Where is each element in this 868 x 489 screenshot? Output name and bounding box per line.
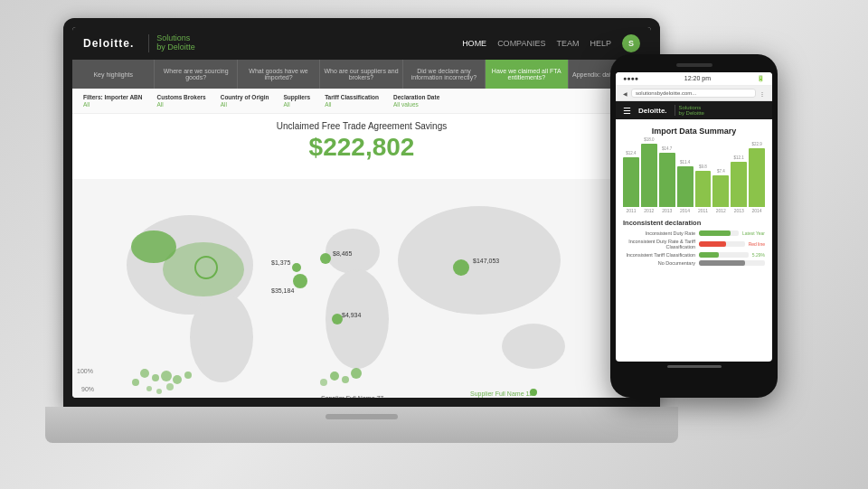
svg-text:Sapplier Full Name 77: Sapplier Full Name 77 [321, 395, 383, 398]
phone-home-indicator[interactable] [667, 365, 722, 368]
browser-back-icon[interactable]: ◀ [623, 90, 627, 97]
scene: Deloitte. Solutionsby Deloitte HOME COMP… [0, 0, 868, 489]
inconsistent-row-3: Inconsistent Tariff Classification 5.29% [623, 252, 765, 258]
laptop-base [45, 407, 678, 443]
bar-2 [641, 144, 657, 207]
phone-time: 12:20 pm [684, 75, 711, 82]
svg-point-22 [161, 371, 172, 381]
bar-1 [623, 157, 639, 207]
inconsistent-bar-3 [699, 252, 719, 258]
tab-goods[interactable]: What goods have we imported? [238, 60, 320, 89]
svg-point-32 [530, 389, 537, 396]
svg-point-14 [292, 263, 301, 272]
phone: ●●●● 12:20 pm 🔋 ◀ solutionsbydeloitte.co… [610, 54, 778, 398]
nav-companies[interactable]: COMPANIES [497, 39, 545, 48]
inconsistent-section: Inconsistent declaration Inconsistent Du… [623, 219, 765, 266]
inconsistent-row-1: Inconsistent Duty Rate Latest Year [623, 230, 765, 236]
phone-screen: ●●●● 12:20 pm 🔋 ◀ solutionsbydeloitte.co… [616, 72, 772, 362]
bar-7 [731, 162, 747, 207]
nav-links: HOME COMPANIES TEAM HELP S [462, 34, 640, 52]
phone-content: Import Data Summary $12.4 2011 $18.0 201… [616, 119, 772, 276]
svg-point-23 [132, 379, 139, 386]
svg-point-26 [146, 386, 152, 391]
svg-point-36 [320, 379, 327, 386]
laptop-screen: Deloitte. Solutionsby Deloitte HOME COMP… [72, 27, 651, 398]
svg-text:90%: 90% [81, 386, 94, 392]
svg-text:$147,053: $147,053 [473, 258, 499, 264]
bar-5 [695, 171, 712, 207]
browser-menu-icon[interactable]: ⋮ [760, 90, 765, 97]
bar-group-2: $18.0 2012 [641, 137, 657, 213]
phone-chart-title: Import Data Summary [623, 127, 765, 136]
bar-8 [749, 148, 765, 207]
svg-text:$1,375: $1,375 [271, 259, 291, 266]
chart-amount: $222,802 [72, 133, 651, 165]
nav-team[interactable]: TEAM [556, 39, 579, 48]
bar-group-5: $9.8 2011 [695, 165, 712, 213]
filter-importer: Filters: Importer ABN All [83, 94, 143, 108]
phone-signal: ●●●● [623, 75, 638, 82]
tab-bar: Key highlights Where are we sourcing goo… [72, 60, 651, 89]
bar-group-7: $12.1 2013 [731, 155, 747, 213]
filter-declaration: Declaration Date All values [393, 94, 439, 108]
phone-battery: 🔋 [757, 75, 765, 82]
tab-sourcing[interactable]: Where are we sourcing goods? [155, 60, 237, 89]
phone-url[interactable]: solutionsbydeloitte.com... [631, 89, 756, 98]
svg-text:Supplier Full Name 129: Supplier Full Name 129 [470, 390, 536, 398]
bar-6 [712, 175, 729, 207]
nav-help[interactable]: HELP [590, 39, 611, 48]
svg-point-34 [342, 376, 349, 383]
svg-point-27 [156, 389, 162, 394]
nav-home[interactable]: HOME [462, 39, 486, 48]
svg-point-33 [330, 371, 339, 381]
phone-deloitte-brand: Deloitte. [638, 107, 667, 115]
phone-speaker [676, 63, 712, 67]
svg-point-2 [190, 292, 253, 382]
svg-point-6 [502, 324, 565, 369]
bar-group-6: $7.4 2012 [712, 169, 729, 213]
deloitte-brand: Deloitte. [83, 37, 134, 50]
bar-3 [659, 153, 675, 207]
svg-text:$35,184: $35,184 [271, 287, 294, 294]
svg-text:$8,465: $8,465 [333, 250, 353, 257]
bar-group-3: $14.7 2013 [659, 146, 675, 213]
tab-suppliers[interactable]: Who are our suppliers and brokers? [320, 60, 402, 89]
solutions-brand: Solutionsby Deloitte [148, 34, 195, 52]
inconsistent-row-4: No Documentary [623, 260, 765, 266]
filter-bar: Filters: Importer ABN All Customs Broker… [72, 89, 651, 114]
bar-group-8: $22.9 2014 [749, 142, 765, 213]
phone-status-bar: ●●●● 12:20 pm 🔋 [616, 72, 772, 86]
phone-bar-chart: $12.4 2011 $18.0 2012 $14.7 2013 [623, 141, 765, 213]
phone-navbar: ☰ Deloitte. Solutionsby Deloitte [616, 101, 772, 119]
svg-point-28 [166, 383, 174, 390]
filter-suppliers: Suppliers All [284, 94, 311, 108]
user-avatar[interactable]: S [622, 34, 640, 52]
inconsistent-title: Inconsistent declaration [623, 219, 765, 227]
inconsistent-bar-1 [699, 230, 731, 236]
inconsistent-bar-2 [699, 241, 726, 247]
chart-title: Unclaimed Free Trade Agreement Savings [72, 114, 651, 133]
tab-key-highlights[interactable]: Key highlights [72, 60, 155, 89]
world-map: $147,053 $8,465 $1,375 $35,184 $4,934 [72, 165, 651, 398]
bar-group-1: $12.4 2011 [623, 151, 639, 213]
inconsistent-row-2: Inconsistent Duty Rate & Tariff Classifi… [623, 239, 765, 249]
tab-declare[interactable]: Did we declare any information incorrect… [403, 60, 486, 89]
bar-4 [677, 166, 693, 207]
laptop-screen-outer: Deloitte. Solutionsby Deloitte HOME COMP… [63, 18, 660, 407]
bar-group-4: $11.4 2014 [677, 160, 693, 213]
laptop-navbar: Deloitte. Solutionsby Deloitte HOME COMP… [72, 27, 651, 60]
tab-fta[interactable]: Have we claimed all FTA entitlements? [486, 60, 568, 89]
svg-point-10 [453, 259, 469, 276]
svg-point-12 [320, 253, 331, 264]
svg-point-25 [184, 371, 192, 379]
svg-point-21 [152, 374, 159, 381]
hamburger-icon[interactable]: ☰ [623, 106, 631, 116]
svg-point-8 [163, 242, 244, 296]
svg-text:100%: 100% [77, 368, 93, 374]
inconsistent-bar-4 [699, 260, 745, 266]
svg-point-35 [351, 368, 362, 379]
svg-point-20 [140, 369, 149, 378]
filter-brokers: Customs Brokers All [157, 94, 206, 108]
svg-point-24 [173, 375, 182, 384]
svg-text:$4,934: $4,934 [342, 312, 362, 318]
